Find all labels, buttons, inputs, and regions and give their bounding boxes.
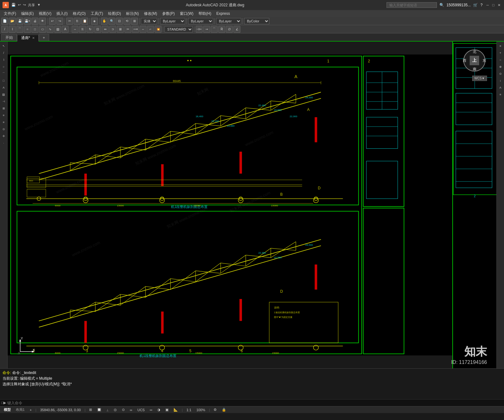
layout-tab[interactable]: 布局1 [14,407,26,412]
menu-modify[interactable]: 修改(M) [141,10,160,17]
lineweight-select[interactable]: ByLayer [216,18,241,24]
lt-circle2[interactable]: ○ [1,64,7,70]
wcs-button[interactable]: WCS▼ [472,76,487,81]
tb-fillet[interactable]: ⌐ [147,26,154,33]
tb-ellipse[interactable]: ⬭ [39,26,46,33]
tb-redo[interactable]: ↪ [56,18,63,25]
tb-rect[interactable]: □ [32,26,38,33]
snap-btn[interactable]: 🔲 [96,408,103,412]
lt-point[interactable]: · [1,140,7,146]
rt-tool3[interactable]: – [497,57,504,63]
tb-zoom-prev[interactable]: ⟲ [123,18,130,25]
cart-icon[interactable]: 🛒 [473,3,478,7]
menu-tools[interactable]: 工具(T) [88,10,106,17]
maximize-btn[interactable]: □ [491,3,496,8]
rt-tool6[interactable]: ↕ [497,78,504,84]
tb-open[interactable]: 📂 [9,18,16,25]
menu-draw[interactable]: 绘图(D) [106,10,123,17]
tb-dim-diameter[interactable]: ∅ [226,26,233,33]
tb-mirror[interactable]: ⇔ [102,26,109,33]
lt-rect2[interactable]: □ [1,78,7,84]
style-select[interactable]: STANDARD [164,26,193,32]
tb-print[interactable]: 🖨 [32,18,38,25]
menu-window[interactable]: 窗口(W) [177,10,196,17]
lt-text2[interactable]: A [1,84,7,91]
tb-dim-linear[interactable]: ⊣⊢ [196,26,203,33]
tb-hatch[interactable]: ▨ [54,26,61,33]
tb-zoom-all[interactable]: ⊞ [131,18,138,25]
tb-move[interactable]: ↔ [72,26,78,33]
menu-view[interactable]: 视图(V) [36,10,54,17]
lt-grip[interactable]: ✢ [1,133,7,139]
canvas-container[interactable]: 上 北 南 东 西 WCS▼ 知末 ID: 1172194166 Y X 原 [8,42,496,368]
minimize-btn[interactable]: ─ [485,3,490,8]
rt-tool4[interactable]: ⊕ [497,64,504,70]
lt-line2[interactable]: / [1,50,7,56]
menu-file[interactable]: 文件(F) [1,10,19,17]
ducs-btn[interactable]: UCS [136,408,146,412]
close-btn[interactable]: ✕ [496,3,501,8]
tab-start[interactable]: 开始 [1,34,17,41]
tb-extend[interactable]: ⟶ [132,26,139,33]
tb-line[interactable]: / [1,26,8,33]
tb-dim-angular[interactable]: ∠ [233,26,240,33]
tb-spline[interactable]: ∿ [47,26,54,33]
lock-btn[interactable]: 🔒 [220,408,227,412]
annotation-btn[interactable]: 📐 [172,408,179,412]
tb-zoom-window[interactable]: ⊡ [116,18,123,25]
rt-tool2[interactable]: + [497,50,504,56]
workspace-btn[interactable]: ⚙ [212,408,218,412]
ortho-btn[interactable]: ⟂ [105,408,110,412]
rt-properties[interactable]: ≡ [497,43,504,49]
tb-copy2[interactable]: ⎘ [79,26,86,33]
customize-btn[interactable]: ▼ [37,2,41,8]
rt-tool8[interactable]: ≡ [497,91,504,98]
tb-new[interactable]: 📄 [1,18,8,25]
tb-match[interactable]: ◈ [91,18,98,25]
tab-close-icon[interactable]: ✕ [32,36,35,40]
menu-help[interactable]: 帮助(H) [196,10,214,17]
tb-dim-radius[interactable]: R [218,26,225,33]
undo-btn[interactable]: ↩ [17,2,21,8]
share-btn[interactable]: 共享 [27,2,36,8]
otrack-btn[interactable]: ∞ [129,408,134,412]
lt-pline2[interactable]: ⌇ [1,57,7,63]
tb-undo[interactable]: ↩ [49,18,56,25]
tb-dim-align[interactable]: ⊸ [203,26,210,33]
tb-pan[interactable]: ✋ [101,18,108,25]
tb-save[interactable]: 💾 [16,18,23,25]
tb-paste[interactable]: 📋 [81,18,88,25]
tb-explode[interactable]: 💥 [155,26,162,33]
command-input[interactable] [7,401,503,405]
tb-dim-arc[interactable]: ⌒ [211,26,218,33]
tb-stretch[interactable]: ↔ [140,26,146,33]
grid-btn[interactable]: ⊞ [88,408,93,412]
lt-snap[interactable]: ⊙ [1,126,7,132]
rt-tool7[interactable]: A [497,84,504,91]
tb-circle[interactable]: ○ [24,26,31,33]
quick-access[interactable]: 💾 ↩ ↪ 共享 ▼ [11,2,41,8]
anno-scale[interactable]: 1:1 [185,408,192,412]
menu-insert[interactable]: 插入(I) [54,10,70,17]
layer-select[interactable]: ByLayer [160,18,185,24]
menu-dim[interactable]: 标注(N) [123,10,141,17]
lt-dim2[interactable]: ⊣ [1,98,7,105]
model-tab[interactable]: 模型 [3,407,12,412]
lt-arc2[interactable]: ⌒ [1,71,7,77]
object-type-select[interactable]: 实体 [141,18,157,24]
user-account[interactable]: 1505999135... [447,3,471,7]
tb-arc[interactable]: ⌒ [16,26,23,33]
tb-saveas[interactable]: 💾+ [24,18,31,25]
tb-text[interactable]: A [62,26,69,33]
tb-trim[interactable]: ✂ [124,26,131,33]
lt-hatch2[interactable]: ▨ [1,91,7,98]
selection-btn[interactable]: ▣ [164,408,170,412]
tb-scale[interactable]: ⊡ [94,26,101,33]
window-controls[interactable]: ─ □ ✕ [485,3,501,8]
lt-select[interactable]: ↖ [1,43,7,49]
transparency-btn[interactable]: ◑ [156,408,162,412]
tb-preview[interactable]: 👁 [39,18,46,25]
polar-btn[interactable]: ◎ [112,408,118,412]
tb-cut[interactable]: ✂ [66,18,73,25]
redo-btn[interactable]: ↪ [22,2,26,8]
